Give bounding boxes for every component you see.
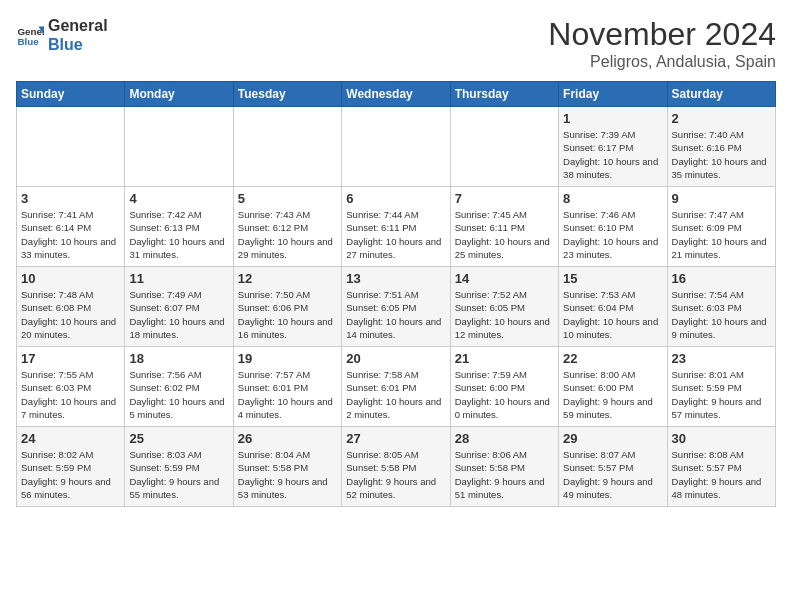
day-info: Sunrise: 7:42 AMSunset: 6:13 PMDaylight:… xyxy=(129,208,228,261)
day-number: 16 xyxy=(672,271,771,286)
calendar-cell: 23Sunrise: 8:01 AMSunset: 5:59 PMDayligh… xyxy=(667,347,775,427)
day-info: Sunrise: 7:55 AMSunset: 6:03 PMDaylight:… xyxy=(21,368,120,421)
calendar-cell xyxy=(125,107,233,187)
calendar-cell xyxy=(342,107,450,187)
calendar-cell: 18Sunrise: 7:56 AMSunset: 6:02 PMDayligh… xyxy=(125,347,233,427)
calendar-cell: 2Sunrise: 7:40 AMSunset: 6:16 PMDaylight… xyxy=(667,107,775,187)
header-monday: Monday xyxy=(125,82,233,107)
day-number: 30 xyxy=(672,431,771,446)
day-info: Sunrise: 7:43 AMSunset: 6:12 PMDaylight:… xyxy=(238,208,337,261)
logo-icon: General Blue xyxy=(16,21,44,49)
calendar-cell xyxy=(450,107,558,187)
day-number: 6 xyxy=(346,191,445,206)
day-info: Sunrise: 8:03 AMSunset: 5:59 PMDaylight:… xyxy=(129,448,228,501)
day-info: Sunrise: 7:41 AMSunset: 6:14 PMDaylight:… xyxy=(21,208,120,261)
calendar-cell xyxy=(17,107,125,187)
calendar-body: 1Sunrise: 7:39 AMSunset: 6:17 PMDaylight… xyxy=(17,107,776,507)
header-wednesday: Wednesday xyxy=(342,82,450,107)
day-number: 9 xyxy=(672,191,771,206)
day-number: 21 xyxy=(455,351,554,366)
calendar-cell: 8Sunrise: 7:46 AMSunset: 6:10 PMDaylight… xyxy=(559,187,667,267)
day-number: 7 xyxy=(455,191,554,206)
day-info: Sunrise: 7:46 AMSunset: 6:10 PMDaylight:… xyxy=(563,208,662,261)
calendar-cell: 17Sunrise: 7:55 AMSunset: 6:03 PMDayligh… xyxy=(17,347,125,427)
svg-text:Blue: Blue xyxy=(17,36,39,47)
calendar-cell: 25Sunrise: 8:03 AMSunset: 5:59 PMDayligh… xyxy=(125,427,233,507)
day-number: 27 xyxy=(346,431,445,446)
day-number: 13 xyxy=(346,271,445,286)
calendar-cell: 10Sunrise: 7:48 AMSunset: 6:08 PMDayligh… xyxy=(17,267,125,347)
day-number: 1 xyxy=(563,111,662,126)
day-number: 19 xyxy=(238,351,337,366)
day-info: Sunrise: 7:45 AMSunset: 6:11 PMDaylight:… xyxy=(455,208,554,261)
day-info: Sunrise: 7:54 AMSunset: 6:03 PMDaylight:… xyxy=(672,288,771,341)
day-info: Sunrise: 7:51 AMSunset: 6:05 PMDaylight:… xyxy=(346,288,445,341)
day-info: Sunrise: 7:48 AMSunset: 6:08 PMDaylight:… xyxy=(21,288,120,341)
day-number: 17 xyxy=(21,351,120,366)
day-info: Sunrise: 7:49 AMSunset: 6:07 PMDaylight:… xyxy=(129,288,228,341)
calendar-cell: 26Sunrise: 8:04 AMSunset: 5:58 PMDayligh… xyxy=(233,427,341,507)
calendar-cell: 5Sunrise: 7:43 AMSunset: 6:12 PMDaylight… xyxy=(233,187,341,267)
day-info: Sunrise: 7:52 AMSunset: 6:05 PMDaylight:… xyxy=(455,288,554,341)
day-number: 20 xyxy=(346,351,445,366)
calendar-cell: 4Sunrise: 7:42 AMSunset: 6:13 PMDaylight… xyxy=(125,187,233,267)
calendar-cell: 24Sunrise: 8:02 AMSunset: 5:59 PMDayligh… xyxy=(17,427,125,507)
day-info: Sunrise: 8:04 AMSunset: 5:58 PMDaylight:… xyxy=(238,448,337,501)
day-number: 2 xyxy=(672,111,771,126)
day-info: Sunrise: 8:05 AMSunset: 5:58 PMDaylight:… xyxy=(346,448,445,501)
calendar-cell: 19Sunrise: 7:57 AMSunset: 6:01 PMDayligh… xyxy=(233,347,341,427)
day-number: 14 xyxy=(455,271,554,286)
day-number: 25 xyxy=(129,431,228,446)
calendar-header-row: SundayMondayTuesdayWednesdayThursdayFrid… xyxy=(17,82,776,107)
calendar-cell: 27Sunrise: 8:05 AMSunset: 5:58 PMDayligh… xyxy=(342,427,450,507)
day-number: 26 xyxy=(238,431,337,446)
week-row-3: 10Sunrise: 7:48 AMSunset: 6:08 PMDayligh… xyxy=(17,267,776,347)
day-info: Sunrise: 8:06 AMSunset: 5:58 PMDaylight:… xyxy=(455,448,554,501)
week-row-2: 3Sunrise: 7:41 AMSunset: 6:14 PMDaylight… xyxy=(17,187,776,267)
day-number: 24 xyxy=(21,431,120,446)
calendar-table: SundayMondayTuesdayWednesdayThursdayFrid… xyxy=(16,81,776,507)
calendar-cell: 14Sunrise: 7:52 AMSunset: 6:05 PMDayligh… xyxy=(450,267,558,347)
day-info: Sunrise: 7:40 AMSunset: 6:16 PMDaylight:… xyxy=(672,128,771,181)
day-info: Sunrise: 7:58 AMSunset: 6:01 PMDaylight:… xyxy=(346,368,445,421)
calendar-cell: 22Sunrise: 8:00 AMSunset: 6:00 PMDayligh… xyxy=(559,347,667,427)
calendar-cell xyxy=(233,107,341,187)
day-number: 3 xyxy=(21,191,120,206)
day-number: 8 xyxy=(563,191,662,206)
day-info: Sunrise: 7:59 AMSunset: 6:00 PMDaylight:… xyxy=(455,368,554,421)
day-info: Sunrise: 8:01 AMSunset: 5:59 PMDaylight:… xyxy=(672,368,771,421)
day-number: 11 xyxy=(129,271,228,286)
calendar-cell: 12Sunrise: 7:50 AMSunset: 6:06 PMDayligh… xyxy=(233,267,341,347)
day-info: Sunrise: 8:02 AMSunset: 5:59 PMDaylight:… xyxy=(21,448,120,501)
location-subtitle: Peligros, Andalusia, Spain xyxy=(548,53,776,71)
header-sunday: Sunday xyxy=(17,82,125,107)
day-number: 4 xyxy=(129,191,228,206)
day-info: Sunrise: 7:47 AMSunset: 6:09 PMDaylight:… xyxy=(672,208,771,261)
title-block: November 2024 Peligros, Andalusia, Spain xyxy=(548,16,776,71)
day-number: 12 xyxy=(238,271,337,286)
calendar-cell: 9Sunrise: 7:47 AMSunset: 6:09 PMDaylight… xyxy=(667,187,775,267)
calendar-cell: 30Sunrise: 8:08 AMSunset: 5:57 PMDayligh… xyxy=(667,427,775,507)
logo-blue: Blue xyxy=(48,35,108,54)
calendar-cell: 28Sunrise: 8:06 AMSunset: 5:58 PMDayligh… xyxy=(450,427,558,507)
calendar-cell: 20Sunrise: 7:58 AMSunset: 6:01 PMDayligh… xyxy=(342,347,450,427)
header-friday: Friday xyxy=(559,82,667,107)
day-info: Sunrise: 7:50 AMSunset: 6:06 PMDaylight:… xyxy=(238,288,337,341)
day-number: 28 xyxy=(455,431,554,446)
month-year-title: November 2024 xyxy=(548,16,776,53)
logo: General Blue General Blue xyxy=(16,16,108,54)
day-info: Sunrise: 7:39 AMSunset: 6:17 PMDaylight:… xyxy=(563,128,662,181)
calendar-cell: 15Sunrise: 7:53 AMSunset: 6:04 PMDayligh… xyxy=(559,267,667,347)
day-info: Sunrise: 7:57 AMSunset: 6:01 PMDaylight:… xyxy=(238,368,337,421)
day-info: Sunrise: 7:56 AMSunset: 6:02 PMDaylight:… xyxy=(129,368,228,421)
day-number: 22 xyxy=(563,351,662,366)
day-info: Sunrise: 7:53 AMSunset: 6:04 PMDaylight:… xyxy=(563,288,662,341)
day-number: 15 xyxy=(563,271,662,286)
calendar-cell: 13Sunrise: 7:51 AMSunset: 6:05 PMDayligh… xyxy=(342,267,450,347)
header-saturday: Saturday xyxy=(667,82,775,107)
calendar-cell: 29Sunrise: 8:07 AMSunset: 5:57 PMDayligh… xyxy=(559,427,667,507)
calendar-cell: 16Sunrise: 7:54 AMSunset: 6:03 PMDayligh… xyxy=(667,267,775,347)
day-info: Sunrise: 8:00 AMSunset: 6:00 PMDaylight:… xyxy=(563,368,662,421)
page-header: General Blue General Blue November 2024 … xyxy=(16,16,776,71)
calendar-cell: 3Sunrise: 7:41 AMSunset: 6:14 PMDaylight… xyxy=(17,187,125,267)
